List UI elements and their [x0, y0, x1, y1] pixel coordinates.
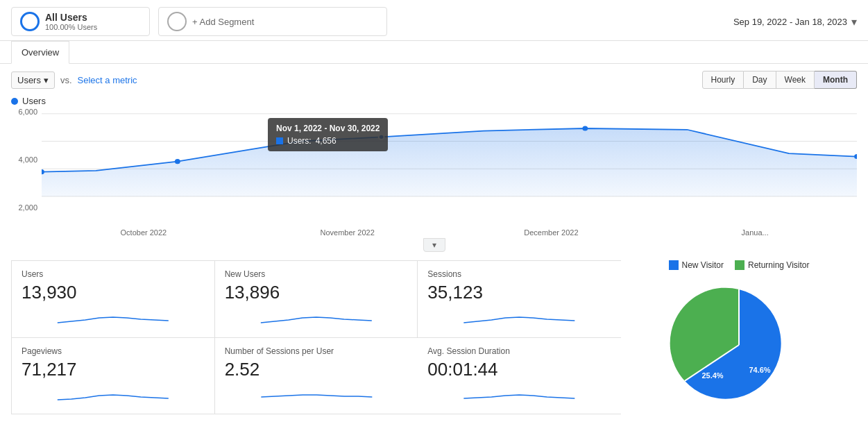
returning-visitor-color — [735, 260, 744, 270]
x-label-nov: November 2022 — [246, 228, 450, 237]
metric-value-users: 13,930 — [22, 282, 205, 303]
y-label-4000: 4,000 — [11, 155, 37, 164]
legend-returning-visitor: Returning Visitor — [735, 260, 810, 270]
pie-legend: New Visitor Returning Visitor — [669, 260, 810, 270]
new-pct-label: 74.6% — [749, 366, 770, 374]
tabs-row: Overview — [0, 41, 868, 64]
new-visitor-color — [669, 260, 679, 270]
svg-point-5 — [175, 159, 180, 164]
metric-card-pageviews: Pageviews 71,217 — [12, 338, 215, 414]
metric-card-sessions: Sessions 35,123 — [418, 261, 621, 338]
left-controls: Users ▾ vs. Select a metric — [11, 71, 137, 89]
week-button[interactable]: Week — [776, 71, 815, 89]
users-legend-dot — [11, 98, 18, 105]
line-chart-svg — [42, 108, 857, 212]
x-label-jan: Janua... — [653, 228, 857, 237]
metric-value-sessions-per-user: 2.52 — [225, 359, 409, 380]
segment-info: All Users 100.00% Users — [45, 12, 97, 31]
metric-name-users: Users — [22, 269, 205, 279]
segment-all-users[interactable]: All Users 100.00% Users — [11, 7, 150, 36]
y-label-2000: 2,000 — [11, 203, 37, 212]
segments-row: All Users 100.00% Users + Add Segment — [11, 7, 387, 36]
add-segment-label: + Add Segment — [192, 17, 254, 27]
tab-overview[interactable]: Overview — [11, 41, 69, 64]
metric-name-avg-duration: Avg. Session Duration — [427, 346, 611, 356]
metric-value-sessions: 35,123 — [427, 282, 611, 303]
metric-name-pageviews: Pageviews — [22, 346, 205, 356]
pie-section: New Visitor Returning Visitor — [621, 260, 857, 414]
svg-point-6 — [379, 135, 384, 140]
pie-container: 25.4% 74.6% — [670, 276, 808, 414]
date-range-selector[interactable]: Sep 19, 2022 - Jan 18, 2023 ▾ — [733, 15, 857, 28]
returning-visitor-label: Returning Visitor — [748, 260, 810, 270]
y-label-6000: 6,000 — [11, 108, 37, 116]
metric-name-new-users: New Users — [225, 269, 408, 279]
sparkline-avg-duration — [427, 384, 611, 405]
returning-pct-label: 25.4% — [701, 371, 723, 380]
new-visitor-label: New Visitor — [682, 260, 724, 270]
metric-card-users: Users 13,930 — [12, 261, 215, 338]
metrics-grid: Users 13,930 New Users 13,896 Sessions 3… — [11, 260, 621, 414]
svg-point-7 — [582, 126, 588, 130]
header: All Users 100.00% Users + Add Segment Se… — [0, 0, 868, 41]
sparkline-new-users — [225, 307, 408, 328]
sparkline-sessions-per-user — [225, 384, 409, 405]
segment-pct: 100.00% Users — [45, 23, 97, 31]
metric-card-new-users: New Users 13,896 — [215, 261, 418, 338]
sparkline-sessions — [427, 307, 611, 328]
metric-card-sessions-per-user: Number of Sessions per User 2.52 — [215, 338, 418, 414]
users-legend-label: Users — [22, 96, 46, 106]
metric-value-pageviews: 71,217 — [22, 359, 205, 380]
chevron-down-icon: ▾ — [44, 75, 49, 85]
select-metric-link[interactable]: Select a metric — [78, 75, 137, 85]
metric-label: Users — [17, 75, 41, 85]
vs-label: vs. — [60, 75, 72, 85]
metric-dropdown[interactable]: Users ▾ — [11, 71, 55, 89]
chart-area: Users 6,000 4,000 2,000 — [0, 93, 868, 237]
date-range-text: Sep 19, 2022 - Jan 18, 2023 — [733, 17, 847, 27]
metrics-section: Users 13,930 New Users 13,896 Sessions 3… — [0, 253, 868, 414]
x-label-oct: October 2022 — [42, 228, 246, 237]
time-buttons: Hourly Day Week Month — [702, 71, 857, 89]
y-axis: 6,000 4,000 2,000 — [11, 108, 40, 212]
day-button[interactable]: Day — [744, 71, 776, 89]
collapse-button[interactable]: ▾ — [423, 238, 445, 252]
chevron-down-icon: ▾ — [851, 15, 857, 28]
segment-circle — [20, 12, 40, 31]
metric-name-sessions-per-user: Number of Sessions per User — [225, 346, 409, 356]
legend-new-visitor: New Visitor — [669, 260, 724, 270]
month-button[interactable]: Month — [815, 71, 857, 89]
chart-container: 6,000 4,000 2,000 — [11, 108, 857, 226]
metric-value-new-users: 13,896 — [225, 282, 408, 303]
controls-row: Users ▾ vs. Select a metric Hourly Day W… — [0, 64, 868, 93]
chart-legend: Users — [11, 93, 857, 108]
pie-chart-svg: 25.4% 74.6% — [670, 276, 808, 414]
sparkline-pageviews — [22, 384, 205, 405]
add-segment-button[interactable]: + Add Segment — [158, 7, 387, 36]
x-axis: October 2022 November 2022 December 2022… — [11, 226, 857, 237]
metric-name-sessions: Sessions — [427, 269, 611, 279]
segment-name: All Users — [45, 12, 97, 23]
collapse-handle: ▾ — [0, 237, 868, 253]
metric-card-avg-duration: Avg. Session Duration 00:01:44 — [418, 338, 621, 414]
x-label-dec: December 2022 — [450, 228, 654, 237]
metric-value-avg-duration: 00:01:44 — [427, 359, 611, 380]
hourly-button[interactable]: Hourly — [702, 71, 744, 89]
add-circle-icon — [167, 12, 187, 31]
sparkline-users — [22, 307, 205, 328]
